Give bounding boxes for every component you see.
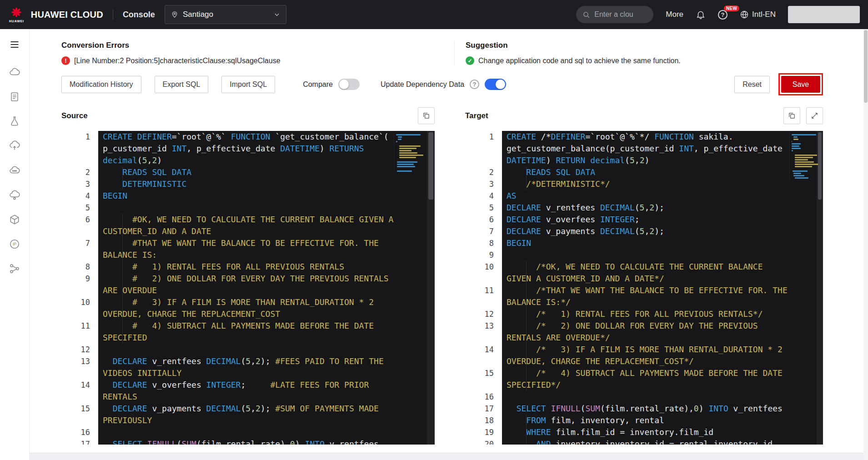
conversion-errors-title: Conversion Errors bbox=[61, 41, 441, 50]
compare-toggle[interactable] bbox=[338, 79, 360, 90]
help-tooltip-icon[interactable] bbox=[470, 80, 479, 89]
modification-history-button[interactable]: Modification History bbox=[61, 76, 141, 93]
help-icon[interactable]: NEW bbox=[718, 10, 728, 20]
source-minimap[interactable] bbox=[394, 133, 427, 173]
code-text[interactable] bbox=[507, 249, 788, 261]
code-text[interactable]: SELECT IFNULL(​SUM(​film.​rental_rate),​… bbox=[103, 438, 393, 445]
fullscreen-button[interactable] bbox=[806, 107, 823, 124]
indent-guide bbox=[122, 237, 123, 261]
location-pin-icon bbox=[171, 10, 178, 19]
cube-icon[interactable] bbox=[9, 214, 20, 225]
code-text[interactable]: #OK,​ WE NEED TO CALCULATE THE CURRENT B… bbox=[103, 214, 393, 237]
line-number: 1 bbox=[61, 131, 98, 166]
code-text[interactable]: SELECT IFNULL(​SUM(​film.​rental_rate),​… bbox=[507, 403, 788, 415]
code-line: 3 DETERMINISTIC bbox=[61, 178, 435, 190]
code-text[interactable]: CREATE /*DEFINER=​`root`@`%`*/ FUNCTION … bbox=[507, 131, 788, 166]
conversion-error-item[interactable]: ! [Line Number:2 Position:5]characterist… bbox=[61, 56, 441, 65]
code-text[interactable]: /* 4) SUBTRACT ALL PAYMENTS MADE BEFORE … bbox=[507, 367, 788, 391]
topbar-search[interactable]: Enter a clou bbox=[576, 6, 653, 23]
code-text[interactable]: AS bbox=[507, 190, 788, 202]
code-text[interactable]: READS SQL DATA bbox=[507, 166, 788, 178]
target-code-editor[interactable]: 1CREATE /*DEFINER=​`root`@`%`*/ FUNCTION… bbox=[465, 131, 823, 445]
share-nodes-icon[interactable] bbox=[9, 263, 20, 275]
reset-button[interactable]: Reset bbox=[734, 76, 770, 93]
code-line: 15 /* 4) SUBTRACT ALL PAYMENTS MADE BEFO… bbox=[465, 367, 823, 391]
import-sql-button[interactable]: Import SQL bbox=[221, 76, 275, 93]
source-code-editor[interactable]: 1CREATE DEFINER=​`root`@`%` FUNCTION `ge… bbox=[61, 131, 435, 445]
code-line: 6 #OK,​ WE NEED TO CALCULATE THE CURRENT… bbox=[61, 214, 435, 237]
region-selector[interactable]: Santiago bbox=[165, 5, 286, 24]
code-text[interactable]: /*OK,​ WE NEED TO CALCULATE THE CURRENT … bbox=[507, 261, 788, 285]
minimap-line bbox=[399, 148, 416, 149]
account-area-redacted[interactable] bbox=[788, 6, 860, 23]
page-scrollbar[interactable] bbox=[863, 29, 868, 460]
source-editor-scrollbar[interactable] bbox=[427, 131, 435, 445]
code-text[interactable]: # 3) IF A FILM IS MORE THAN RENTAL_DURAT… bbox=[103, 296, 393, 320]
code-text[interactable]: DECLARE v_payments DECIMAL(​5,​2); bbox=[507, 225, 788, 237]
code-text[interactable] bbox=[103, 426, 393, 438]
code-text[interactable]: AND inventory.​inventory_id =​ rental.​i… bbox=[507, 438, 788, 445]
cloud-icon[interactable] bbox=[9, 66, 20, 78]
code-text[interactable]: DECLARE v_overfees INTEGER; #LATE FEES F… bbox=[103, 379, 393, 403]
document-server-icon[interactable] bbox=[9, 91, 20, 103]
code-text[interactable]: WHERE film.​film_id =​ inventory.​film_i… bbox=[507, 426, 788, 438]
indent-guide bbox=[122, 214, 123, 237]
target-editor-scrollbar[interactable] bbox=[817, 131, 823, 445]
brand-title[interactable]: HUAWEI CLOUD bbox=[31, 10, 103, 20]
line-number: 8 bbox=[465, 237, 502, 249]
code-text[interactable]: READS SQL DATA bbox=[103, 166, 393, 178]
save-button[interactable]: Save bbox=[781, 76, 820, 93]
code-text[interactable]: /*THAT WE WANT THE BALANCE TO BE EFFECTI… bbox=[507, 285, 788, 308]
code-text[interactable] bbox=[507, 391, 788, 403]
code-text[interactable]: # 1) RENTAL FEES FOR ALL PREVIOUS RENTAL… bbox=[103, 261, 393, 273]
console-link[interactable]: Console bbox=[123, 10, 155, 20]
code-text[interactable]: DECLARE v_overfees INTEGER; bbox=[507, 214, 788, 225]
bottom-panel-edge bbox=[30, 453, 868, 460]
copy-target-button[interactable] bbox=[783, 107, 800, 124]
code-text[interactable]: DECLARE v_rentfees DECIMAL(​5,​2); bbox=[507, 202, 788, 214]
copy-source-button[interactable] bbox=[418, 107, 435, 124]
code-line: 12 /* 1) RENTAL FEES FOR ALL PREVIOUS RE… bbox=[465, 308, 823, 320]
code-text[interactable]: CREATE DEFINER=​`root`@`%` FUNCTION `get… bbox=[103, 131, 393, 166]
code-text[interactable]: /* 3) IF A FILM IS MORE THAN RENTAL_DURA… bbox=[507, 344, 788, 367]
line-number: 7 bbox=[465, 225, 502, 237]
notifications-bell-icon[interactable] bbox=[696, 10, 706, 20]
source-code-lines: 1CREATE DEFINER=​`root`@`%` FUNCTION `ge… bbox=[61, 131, 435, 445]
more-menu[interactable]: More bbox=[666, 10, 683, 19]
cloud-upload-icon[interactable] bbox=[9, 140, 20, 152]
scrollbar-thumb[interactable] bbox=[428, 132, 433, 200]
code-text[interactable] bbox=[103, 344, 393, 355]
ip-address-icon[interactable]: IP bbox=[9, 238, 20, 250]
code-line: 6DECLARE v_overfees INTEGER; bbox=[465, 214, 823, 225]
code-text[interactable]: DETERMINISTIC bbox=[103, 178, 393, 190]
update-dependency-toggle[interactable] bbox=[485, 79, 506, 90]
scrollbar-thumb[interactable] bbox=[818, 132, 822, 200]
globe-icon bbox=[740, 10, 749, 19]
huawei-logo[interactable]: HUAWEI bbox=[9, 7, 24, 23]
svg-text:IP: IP bbox=[13, 242, 16, 246]
page-scrollbar-thumb[interactable] bbox=[864, 30, 868, 103]
code-text[interactable]: # 2) ONE DOLLAR FOR EVERY DAY THE PREVIO… bbox=[103, 273, 393, 296]
code-text[interactable]: /* 1) RENTAL FEES FOR ALL PREVIOUS RENTA… bbox=[507, 308, 788, 320]
code-text[interactable] bbox=[103, 202, 393, 214]
target-minimap[interactable] bbox=[789, 133, 817, 180]
line-number: 10 bbox=[61, 296, 98, 320]
code-text[interactable]: BEGIN bbox=[507, 237, 788, 249]
code-text[interactable]: DECLARE v_rentfees DECIMAL(​5,​2); #FEES… bbox=[103, 355, 393, 379]
line-number: 3 bbox=[465, 178, 502, 190]
indent-guide bbox=[526, 344, 527, 367]
code-text[interactable]: FROM film,​ inventory,​ rental bbox=[507, 415, 788, 426]
code-text[interactable]: BEGIN bbox=[103, 190, 393, 202]
language-selector[interactable]: Intl-EN bbox=[740, 10, 776, 19]
cloud-dots-icon[interactable] bbox=[9, 165, 20, 176]
export-sql-button[interactable]: Export SQL bbox=[155, 76, 209, 93]
cloud-node-icon[interactable] bbox=[9, 189, 20, 201]
flask-icon[interactable] bbox=[9, 115, 20, 127]
line-number: 12 bbox=[465, 308, 502, 320]
menu-icon[interactable] bbox=[9, 39, 20, 52]
code-text[interactable]: /* 2) ONE DOLLAR FOR EVERY DAY THE PREVI… bbox=[507, 320, 788, 344]
code-text[interactable]: #THAT WE WANT THE BALANCE TO BE EFFECTIV… bbox=[103, 237, 393, 261]
code-text[interactable]: /*DETERMINISTIC*/ bbox=[507, 178, 788, 190]
code-text[interactable]: # 4) SUBTRACT ALL PAYMENTS MADE BEFORE T… bbox=[103, 320, 393, 344]
code-text[interactable]: DECLARE v_payments DECIMAL(​5,​2); #SUM … bbox=[103, 403, 393, 426]
